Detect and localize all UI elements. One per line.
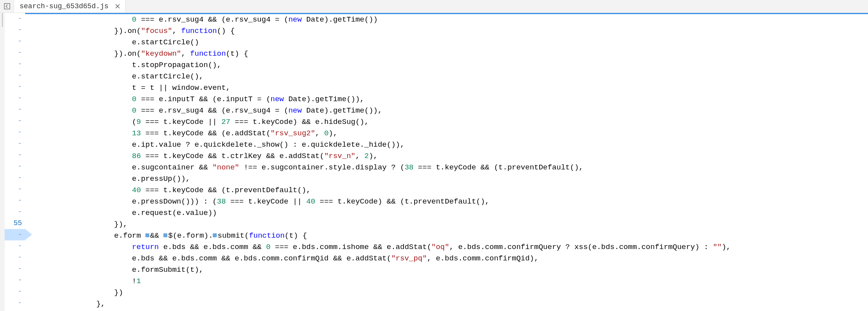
gutter-line[interactable]: -	[5, 149, 25, 161]
gutter-line[interactable]: -	[5, 36, 25, 47]
code-line[interactable]: (9 === t.keyCode || 27 === t.keyCode) &&…	[34, 116, 868, 128]
code-area[interactable]: 0 === e.rsv_sug4 && (e.rsv_sug4 = (new D…	[25, 13, 868, 311]
line-gutter[interactable]: ------------------55-------	[5, 13, 25, 311]
code-line[interactable]: e.startCircle(),	[34, 71, 868, 82]
code-line[interactable]: }),	[34, 219, 868, 230]
gutter-line[interactable]: -	[5, 229, 25, 240]
code-line[interactable]: e.sugcontainer && "none" !== e.sugcontai…	[34, 162, 868, 173]
gutter-line[interactable]: -	[5, 104, 25, 115]
gutter-line[interactable]: -	[5, 24, 25, 36]
vertical-scrollbar[interactable]	[0, 13, 5, 311]
code-line[interactable]: 0 === e.inputT && (e.inputT = (new Date)…	[34, 94, 868, 105]
gutter-line[interactable]: -	[5, 93, 25, 104]
code-line[interactable]: e.request(e.value))	[34, 207, 868, 219]
gutter-line[interactable]: -	[5, 286, 25, 297]
code-line[interactable]: 13 === t.keyCode && (e.addStat("rsv_sug2…	[34, 128, 868, 139]
code-line[interactable]: e.pressUp()),	[34, 173, 868, 185]
gutter-line[interactable]: 55	[5, 218, 25, 229]
execution-pointer-icon	[25, 229, 32, 240]
gutter-line[interactable]: -	[5, 297, 25, 309]
editor: ------------------55------- 0 === e.rsv_…	[0, 13, 868, 311]
code-line[interactable]: })	[34, 287, 868, 298]
debug-marker-icon	[145, 233, 149, 237]
code-line[interactable]: e.formSubmit(t),	[34, 264, 868, 276]
code-line[interactable]: !1	[34, 276, 868, 287]
gutter-line[interactable]: -	[5, 13, 25, 24]
code-line[interactable]: e.bds && e.bds.comm && e.bds.comm.confir…	[34, 253, 868, 264]
code-line[interactable]: }).on("focus", function() {	[34, 25, 868, 37]
gutter-line[interactable]: -	[5, 195, 25, 206]
file-tab[interactable]: search-sug_653d65d.js	[14, 0, 125, 13]
chevron-left-box-icon	[4, 3, 10, 9]
code-line[interactable]: t.stopPropagation(),	[34, 60, 868, 71]
close-icon	[115, 4, 120, 9]
code-line[interactable]: 0 === e.rsv_sug4 && (e.rsv_sug4 = (new D…	[34, 105, 868, 116]
code-line[interactable]: t = t || window.event,	[34, 82, 868, 94]
code-line[interactable]: e.ipt.value ? e.quickdelete._show() : e.…	[34, 139, 868, 151]
gutter-line[interactable]: -	[5, 240, 25, 252]
gutter-line[interactable]: -	[5, 81, 25, 93]
code-line[interactable]: return e.bds && e.bds.comm && 0 === e.bd…	[34, 242, 868, 253]
code-line[interactable]: e.pressDown())) : (38 === t.keyCode || 4…	[34, 196, 868, 207]
gutter-line[interactable]: -	[5, 115, 25, 127]
debug-marker-icon	[213, 233, 217, 237]
code-line[interactable]: e.form && $(e.form).submit(function(t) {	[34, 230, 868, 242]
file-tab-label: search-sug_653d65d.js	[20, 2, 109, 10]
gutter-line[interactable]: -	[5, 184, 25, 195]
code-line[interactable]: 0 === e.rsv_sug4 && (e.rsv_sug4 = (new D…	[34, 14, 868, 25]
gutter-line[interactable]: -	[5, 172, 25, 184]
gutter-line[interactable]: -	[5, 252, 25, 263]
code-line[interactable]: },	[34, 298, 868, 310]
tab-nav-prev[interactable]	[0, 0, 14, 13]
gutter-line[interactable]: -	[5, 47, 25, 58]
tab-close-button[interactable]	[114, 3, 121, 10]
gutter-line[interactable]: -	[5, 161, 25, 172]
debug-marker-icon	[163, 233, 167, 237]
code-line[interactable]: 40 === t.keyCode && (t.preventDefault(),	[34, 185, 868, 196]
gutter-line[interactable]: -	[5, 206, 25, 218]
svg-rect-0	[4, 4, 10, 9]
gutter-line[interactable]: -	[5, 127, 25, 138]
code-line[interactable]: 86 === t.keyCode && t.ctrlKey && e.addSt…	[34, 151, 868, 162]
gutter-line[interactable]: -	[5, 70, 25, 81]
gutter-line[interactable]: -	[5, 138, 25, 149]
gutter-line[interactable]: -	[5, 58, 25, 70]
tab-bar: search-sug_653d65d.js	[0, 0, 868, 13]
scrollbar-thumb[interactable]	[2, 13, 3, 27]
code-line[interactable]: e.startCircle()	[34, 37, 868, 48]
gutter-line[interactable]: -	[5, 275, 25, 286]
gutter-line[interactable]: -	[5, 263, 25, 275]
code-line[interactable]: }).on("keydown", function(t) {	[34, 48, 868, 60]
